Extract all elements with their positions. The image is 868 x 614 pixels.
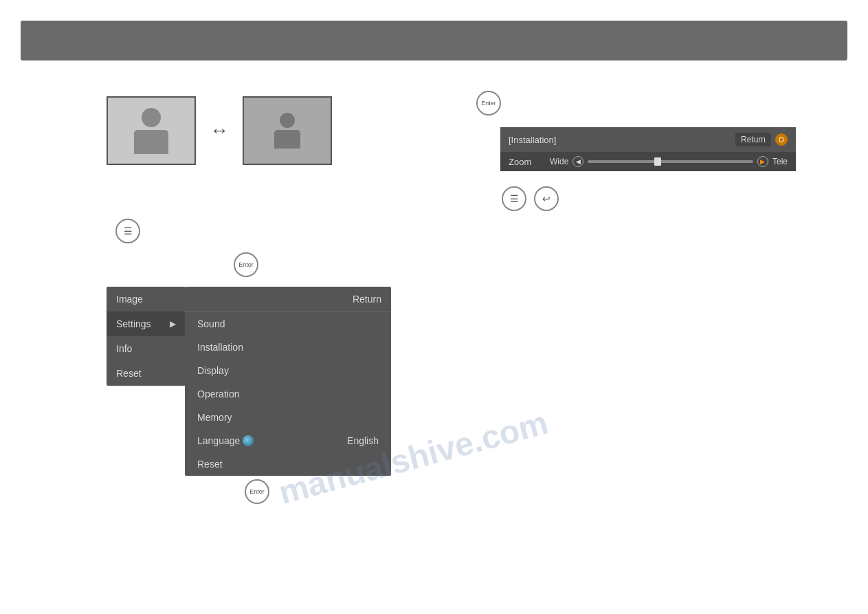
back-button[interactable]: ↩	[534, 186, 559, 211]
main-menu: Return Sound Installation Display Operat…	[185, 287, 391, 476]
image-comparison: ↔	[107, 96, 332, 165]
installation-header-right: Return O	[735, 133, 788, 146]
menu-item-display[interactable]: Display	[185, 359, 391, 382]
sidebar-item-settings[interactable]: Settings	[107, 311, 186, 336]
sidebar-item-info[interactable]: Info	[107, 336, 186, 361]
enter-button-1[interactable]: Enter	[234, 252, 258, 277]
back-icon: ↩	[542, 193, 550, 204]
menu-item-operation[interactable]: Operation	[185, 382, 391, 406]
menu-icon-button-2[interactable]: ☰	[502, 186, 526, 211]
language-label: Language	[197, 435, 240, 446]
sidebar-menu: Image Settings Info Reset	[107, 287, 186, 386]
menu-item-installation[interactable]: Installation	[185, 336, 391, 359]
person-head-small	[280, 113, 295, 128]
person-head-large	[142, 108, 161, 127]
enter-button-top[interactable]: Enter	[476, 91, 501, 116]
person-body-large	[134, 130, 168, 154]
enter-label-2: Enter	[249, 488, 265, 495]
tele-arrow-icon[interactable]: ▶	[757, 156, 768, 167]
zoom-thumb	[654, 157, 661, 166]
person-body-small	[274, 130, 300, 149]
installation-return-icon[interactable]: O	[775, 133, 788, 146]
wide-arrow-icon[interactable]: ◀	[572, 156, 583, 167]
operation-label: Operation	[197, 388, 239, 399]
header-bar	[21, 21, 847, 61]
menu-item-reset[interactable]: Reset	[185, 452, 391, 476]
image-large	[107, 96, 196, 165]
zoom-label: Zoom	[509, 157, 550, 167]
enter-label-1: Enter	[238, 261, 254, 268]
wide-label: Wide	[550, 157, 568, 166]
installation-title: [Installation]	[509, 135, 556, 145]
enter-label-top: Enter	[481, 100, 496, 107]
display-label: Display	[197, 365, 229, 376]
globe-icon	[243, 435, 254, 446]
tele-label: Tele	[772, 157, 788, 166]
enter-button-2[interactable]: Enter	[245, 479, 269, 504]
installation-zoom-row: Zoom Wide ◀ ▶ Tele	[500, 152, 796, 171]
zoom-track[interactable]	[588, 160, 753, 163]
main-menu-header: Return	[185, 287, 391, 312]
menu-item-language[interactable]: Language English	[185, 429, 391, 452]
sidebar-item-reset[interactable]: Reset	[107, 361, 186, 386]
sound-label: Sound	[197, 318, 225, 329]
language-value: English	[347, 435, 379, 446]
installation-label: Installation	[197, 342, 243, 353]
person-icon-small	[274, 113, 300, 149]
person-icon-large	[134, 108, 168, 154]
reset-menu-label: Reset	[197, 459, 223, 470]
memory-label: Memory	[197, 412, 232, 423]
menu-item-sound[interactable]: Sound	[185, 312, 391, 336]
installation-return-label: Return	[735, 133, 771, 146]
sidebar-item-image[interactable]: Image	[107, 287, 186, 311]
zoom-bar-container: Wide ◀ ▶ Tele	[550, 156, 788, 167]
menu-icon-button[interactable]: ☰	[115, 219, 140, 243]
menu-item-memory[interactable]: Memory	[185, 406, 391, 429]
installation-bar: [Installation] Return O Zoom Wide ◀ ▶ Te…	[500, 127, 796, 171]
bidirectional-arrow-icon: ↔	[210, 120, 229, 142]
menu-lines-icon: ☰	[124, 226, 133, 237]
return-label: Return	[353, 294, 381, 305]
image-small	[243, 96, 332, 165]
installation-header: [Installation] Return O	[500, 127, 796, 152]
menu-lines-icon-2: ☰	[510, 193, 519, 204]
